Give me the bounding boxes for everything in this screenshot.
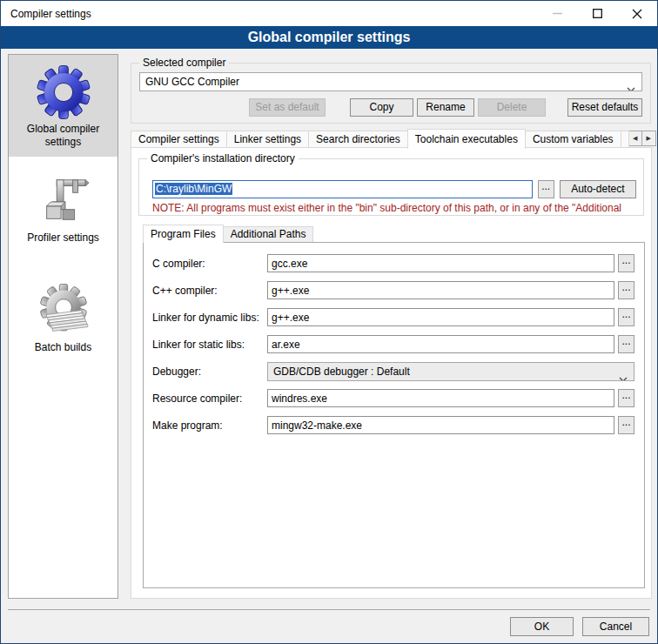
dynamic-linker-label: Linker for dynamic libs: [152, 312, 267, 324]
auto-detect-button[interactable]: Auto-detect [560, 180, 636, 198]
static-linker-row: Linker for static libs: ... [152, 335, 634, 353]
settings-sidebar: Global compiler settings [8, 54, 118, 599]
resource-compiler-browse-button[interactable]: ... [618, 389, 634, 407]
cancel-button[interactable]: Cancel [582, 617, 649, 636]
tab-custom-variables[interactable]: Custom variables [525, 131, 621, 148]
installation-directory-legend: Compiler's installation directory [147, 152, 299, 164]
c-compiler-input[interactable] [267, 254, 614, 272]
program-files-panel: C compiler: ... C++ compiler: ... Linker… [143, 242, 645, 588]
make-program-input[interactable] [267, 416, 614, 434]
ok-button[interactable]: OK [510, 617, 574, 636]
blue-gear-icon [37, 65, 91, 119]
compiler-select-value: GNU GCC Compiler [145, 76, 239, 88]
tab-compiler-settings[interactable]: Compiler settings [131, 131, 227, 148]
bin-subdirectory-note: NOTE: All programs must exist either in … [152, 202, 640, 214]
c-compiler-browse-button[interactable]: ... [618, 254, 634, 272]
dynamic-linker-browse-button[interactable]: ... [618, 308, 634, 326]
chevron-down-icon [619, 370, 628, 381]
arrow-left-icon: ◀ [633, 135, 637, 141]
dynamic-linker-row: Linker for dynamic libs: ... [152, 308, 634, 326]
installation-directory-row: C:\raylib\MinGW ... Auto-detect [152, 180, 636, 198]
static-linker-label: Linker for static libs: [152, 339, 267, 351]
c-compiler-row: C compiler: ... [152, 254, 634, 272]
selected-compiler-legend: Selected compiler [139, 57, 229, 69]
cpp-compiler-label: C++ compiler: [152, 285, 267, 297]
close-button[interactable] [617, 1, 657, 26]
chevron-down-icon [627, 80, 635, 91]
delete-button: Delete [478, 98, 546, 117]
tab-search-directories[interactable]: Search directories [308, 131, 408, 148]
compiler-select[interactable]: GNU GCC Compiler [139, 72, 642, 91]
c-compiler-label: C compiler: [152, 258, 267, 270]
tab-scroll-right-button[interactable]: ▶ [642, 131, 656, 146]
sidebar-item-batch-builds[interactable]: Batch builds [9, 273, 118, 362]
toolchain-executables-page: Compiler's installation directory C:\ray… [131, 147, 652, 599]
cpp-compiler-input[interactable] [267, 281, 614, 299]
programs-subtabstrip: Program Files Additional Paths [143, 225, 312, 242]
tab-linker-settings[interactable]: Linker settings [226, 131, 309, 148]
subtab-program-files[interactable]: Program Files [143, 225, 224, 243]
settings-tabstrip: Compiler settings Linker settings Search… [131, 128, 652, 148]
resource-compiler-row: Resource compiler: ... [152, 389, 634, 407]
selected-path-text: C:\raylib\MinGW [155, 183, 232, 195]
minimize-icon [553, 9, 562, 18]
sidebar-item-label: Batch builds [11, 341, 115, 354]
dialog-body: Global compiler settings [1, 49, 657, 643]
maximize-icon [593, 9, 602, 18]
footer-separator [8, 609, 650, 610]
titlebar: Compiler settings [1, 1, 657, 26]
gray-gear-icon [37, 284, 91, 338]
rename-button[interactable]: Rename [417, 98, 474, 117]
selected-compiler-group: Selected compiler GNU GCC Compiler Set a… [131, 63, 651, 124]
tab-scroll-controls: ◀ ▶ [628, 131, 656, 146]
main-panel: Selected compiler GNU GCC Compiler Set a… [130, 49, 652, 643]
debugger-row: Debugger: GDB/CDB debugger : Default [152, 362, 634, 380]
resource-compiler-input[interactable] [267, 389, 614, 407]
make-program-row: Make program: ... [152, 416, 634, 434]
dialog-banner: Global compiler settings [1, 26, 657, 49]
static-linker-input[interactable] [267, 335, 614, 353]
subtab-additional-paths[interactable]: Additional Paths [223, 226, 314, 242]
debugger-select[interactable]: GDB/CDB debugger : Default [267, 362, 634, 381]
cpp-compiler-row: C++ compiler: ... [152, 281, 634, 299]
static-linker-browse-button[interactable]: ... [618, 335, 634, 353]
window-title: Compiler settings [1, 8, 91, 20]
compiler-settings-dialog: Compiler settings Global compiler settin… [0, 0, 658, 644]
caliper-icon [37, 174, 91, 228]
resource-compiler-label: Resource compiler: [152, 392, 267, 405]
dynamic-linker-input[interactable] [267, 308, 614, 326]
sidebar-item-label: Profiler settings [11, 231, 115, 245]
installation-directory-group: Compiler's installation directory C:\ray… [138, 158, 644, 216]
reset-defaults-button[interactable]: Reset defaults [567, 98, 642, 117]
debugger-label: Debugger: [152, 366, 267, 378]
copy-button[interactable]: Copy [350, 98, 413, 117]
maximize-button[interactable] [577, 1, 617, 26]
sidebar-item-global-compiler-settings[interactable]: Global compiler settings [9, 55, 118, 157]
arrow-right-icon: ▶ [646, 135, 650, 141]
make-program-browse-button[interactable]: ... [618, 416, 634, 434]
debugger-select-value: GDB/CDB debugger : Default [273, 366, 410, 378]
set-as-default-button: Set as default [249, 98, 326, 117]
sidebar-item-label: Global compiler settings [11, 123, 115, 149]
minimize-button [537, 1, 577, 26]
tab-build-options[interactable]: Build [621, 131, 629, 148]
tab-scroll-left-button[interactable]: ◀ [628, 131, 642, 146]
close-icon [632, 9, 642, 19]
window-controls [537, 1, 657, 26]
make-program-label: Make program: [152, 419, 267, 432]
cpp-compiler-browse-button[interactable]: ... [618, 281, 634, 299]
sidebar-item-profiler-settings[interactable]: Profiler settings [9, 164, 118, 252]
browse-directory-button[interactable]: ... [538, 180, 554, 198]
installation-directory-input[interactable]: C:\raylib\MinGW [152, 180, 533, 198]
tab-toolchain-executables[interactable]: Toolchain executables [407, 129, 526, 149]
